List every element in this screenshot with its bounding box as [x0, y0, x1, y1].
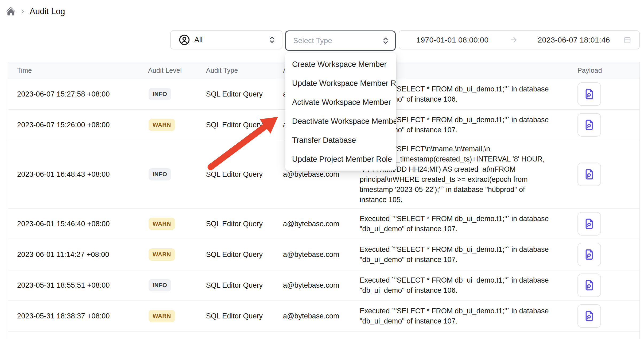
- time-cell: 2023-06-01 16:48:43 +08:00: [8, 170, 148, 179]
- file-search-icon: [583, 218, 595, 230]
- view-payload-button[interactable]: [577, 82, 601, 106]
- file-search-icon: [583, 168, 595, 180]
- payload-cell: [577, 212, 640, 236]
- time-cell: 2023-06-01 11:14:27 +08:00: [8, 251, 148, 259]
- payload-cell: [577, 273, 640, 297]
- payload-cell: [577, 163, 640, 186]
- comment-cell: Executed `"SELECT * FROM db_ui_demo.t1;"…: [360, 302, 577, 330]
- view-payload-button[interactable]: [577, 243, 601, 266]
- comment-cell: Executed `"SELECT * FROM db_ui_demo.t1;"…: [360, 210, 577, 237]
- type-dropdown-item[interactable]: Create Workspace Member: [285, 55, 396, 74]
- actor-cell: a@bytebase.com: [283, 281, 360, 290]
- file-search-icon: [583, 279, 595, 291]
- comment-cell: Executed `"SELECT * FROM db_ui_demo.t1;"…: [360, 241, 577, 268]
- table-row: 2023-05-31 18:38:37 +08:00 WARN SQL Edit…: [8, 301, 639, 332]
- time-cell: 2023-05-31 18:38:37 +08:00: [8, 312, 148, 320]
- view-payload-button[interactable]: [577, 163, 601, 186]
- actor-filter-select[interactable]: All: [170, 30, 282, 49]
- time-cell: 2023-06-07 15:26:00 +08:00: [8, 121, 148, 129]
- audit-type-cell: SQL Editor Query: [206, 220, 283, 228]
- type-dropdown-item[interactable]: Update Workspace Member Role: [285, 74, 396, 93]
- audit-type-cell: SQL Editor Query: [206, 170, 283, 179]
- actor-cell: a@bytebase.com: [283, 170, 360, 179]
- file-search-icon: [583, 310, 595, 322]
- audit-level-badge: WARN: [149, 119, 175, 131]
- view-payload-button[interactable]: [577, 212, 601, 236]
- type-dropdown-item[interactable]: Deactivate Workspace Member: [285, 112, 396, 131]
- type-dropdown-menu: Create Workspace Member Update Workspace…: [285, 53, 396, 171]
- time-cell: 2023-06-07 15:27:58 +08:00: [8, 90, 148, 98]
- audit-level-badge: WARN: [149, 310, 175, 322]
- payload-cell: [577, 82, 640, 106]
- column-header-payload: Payload: [577, 67, 640, 74]
- chevrons-up-down-icon: [268, 36, 276, 44]
- audit-level-badge: WARN: [149, 218, 175, 230]
- view-payload-button[interactable]: [577, 113, 601, 137]
- type-dropdown-item[interactable]: Activate Workspace Member: [285, 93, 396, 112]
- file-search-icon: [583, 88, 595, 100]
- column-header-time: Time: [8, 67, 148, 74]
- audit-type-placeholder: Select Type: [293, 36, 332, 45]
- audit-type-cell: SQL Editor Query: [206, 312, 283, 320]
- time-cell: 2023-06-01 15:46:40 +08:00: [8, 220, 148, 228]
- audit-level-badge: INFO: [149, 168, 171, 180]
- actor-cell: a@bytebase.com: [283, 251, 360, 259]
- column-header-audit-type: Audit Type: [206, 67, 283, 74]
- chevrons-up-down-icon: [382, 37, 390, 45]
- audit-level-cell: INFO: [148, 279, 206, 291]
- calendar-icon[interactable]: [623, 36, 632, 44]
- breadcrumb: Audit Log: [6, 6, 65, 16]
- actor-cell: a@bytebase.com: [283, 312, 360, 320]
- audit-level-cell: WARN: [148, 119, 206, 131]
- payload-cell: [577, 304, 640, 328]
- date-range-picker: 1970-01-01 08:00:00 2023-06-07 18:01:46: [399, 30, 640, 49]
- audit-level-cell: WARN: [148, 310, 206, 322]
- audit-level-cell: INFO: [148, 168, 206, 180]
- audit-type-cell: SQL Editor Query: [206, 90, 283, 98]
- audit-level-cell: WARN: [148, 248, 206, 261]
- table-row: 2023-05-31 18:55:51 +08:00 INFO SQL Edit…: [8, 270, 639, 301]
- page-title: Audit Log: [30, 7, 65, 16]
- audit-level-badge: INFO: [149, 279, 171, 291]
- column-header-audit-level: Audit Level: [148, 67, 206, 74]
- time-cell: 2023-05-31 18:55:51 +08:00: [8, 281, 148, 290]
- table-row-partial: [8, 332, 639, 339]
- audit-type-filter-select[interactable]: Select Type: [285, 30, 396, 51]
- table-row: 2023-06-01 15:46:40 +08:00 WARN SQL Edit…: [8, 209, 639, 239]
- view-payload-button[interactable]: [577, 304, 601, 328]
- actor-cell: a@bytebase.com: [283, 220, 360, 228]
- audit-type-cell: SQL Editor Query: [206, 251, 283, 259]
- audit-type-cell: SQL Editor Query: [206, 281, 283, 290]
- file-search-icon: [583, 119, 595, 131]
- audit-level-cell: INFO: [148, 88, 206, 100]
- user-circle-icon: [179, 34, 190, 45]
- actor-filter-value: All: [194, 36, 203, 44]
- audit-level-cell: WARN: [148, 218, 206, 230]
- comment-cell: Executed `"SELECT * FROM db_ui_demo.t1;"…: [360, 272, 577, 299]
- type-dropdown-item[interactable]: Transfer Database: [285, 131, 396, 150]
- table-row: 2023-06-01 11:14:27 +08:00 WARN SQL Edit…: [8, 239, 639, 270]
- date-range-start-input[interactable]: 1970-01-01 08:00:00: [416, 36, 488, 44]
- type-dropdown-item[interactable]: Update Project Member Role: [285, 150, 396, 169]
- date-range-end-input[interactable]: 2023-06-07 18:01:46: [538, 36, 610, 44]
- audit-level-badge: INFO: [149, 88, 171, 100]
- arrow-right-icon: [509, 35, 518, 44]
- file-search-icon: [583, 248, 595, 261]
- audit-level-badge: WARN: [149, 248, 175, 261]
- home-icon[interactable]: [6, 6, 16, 16]
- audit-type-cell: SQL Editor Query: [206, 121, 283, 129]
- view-payload-button[interactable]: [577, 273, 601, 297]
- payload-cell: [577, 113, 640, 137]
- chevron-right-icon: [19, 8, 26, 15]
- payload-cell: [577, 243, 640, 266]
